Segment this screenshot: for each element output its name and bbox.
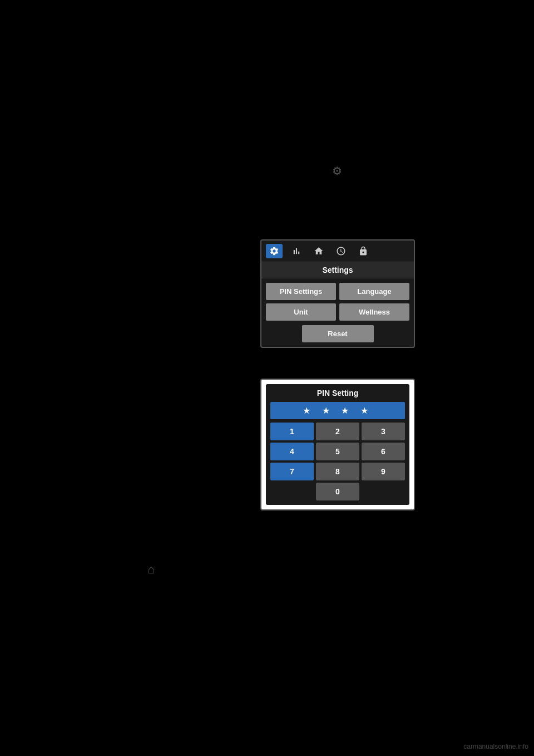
home-tab[interactable] [310, 244, 327, 258]
watermark: carmanualsonline.info [463, 743, 528, 750]
unit-btn[interactable]: Unit [266, 303, 336, 321]
settings-grid: PIN Settings Language Unit Wellness [261, 278, 414, 325]
pin-key-3[interactable]: 3 [362, 423, 405, 440]
home-symbol: ⌂ [147, 562, 155, 576]
pin-key-4[interactable]: 4 [270, 443, 314, 460]
pin-key-2[interactable]: 2 [316, 423, 359, 440]
lock-tab[interactable] [355, 244, 372, 258]
gear-symbol: ⚙ [332, 165, 342, 177]
pin-key-7[interactable]: 7 [270, 463, 314, 480]
pin-key-9[interactable]: 9 [362, 463, 405, 480]
pin-inner: PIN Setting ★ ★ ★ ★ 1 2 3 4 5 6 7 8 9 0 [266, 384, 409, 505]
pin-key-spacer [270, 483, 314, 500]
pin-key-0[interactable]: 0 [316, 483, 359, 500]
pin-display: ★ ★ ★ ★ [270, 402, 405, 419]
settings-tab[interactable] [266, 244, 283, 258]
settings-panel: Settings PIN Settings Language Unit Well… [260, 239, 415, 348]
language-btn[interactable]: Language [339, 283, 409, 300]
chart-tab[interactable] [288, 244, 305, 258]
pin-settings-btn[interactable]: PIN Settings [266, 283, 336, 300]
pin-key-5[interactable]: 5 [316, 443, 359, 460]
settings-title: Settings [261, 262, 414, 278]
gear-icon-top: ⚙ [332, 164, 342, 178]
pin-key-1[interactable]: 1 [270, 423, 314, 440]
home-icon-bottom: ⌂ [147, 562, 155, 577]
pin-title: PIN Setting [270, 389, 405, 397]
settings-tabs [261, 240, 414, 262]
pin-key-6[interactable]: 6 [362, 443, 405, 460]
reset-row: Reset [261, 325, 414, 347]
clock-tab[interactable] [333, 244, 349, 258]
pin-key-8[interactable]: 8 [316, 463, 359, 480]
wellness-btn[interactable]: Wellness [339, 303, 409, 321]
pin-key-spacer-right [362, 483, 405, 500]
pin-keypad: 1 2 3 4 5 6 7 8 9 0 [270, 423, 405, 500]
pin-setting-panel: PIN Setting ★ ★ ★ ★ 1 2 3 4 5 6 7 8 9 0 [260, 379, 415, 510]
reset-btn[interactable]: Reset [302, 325, 374, 342]
